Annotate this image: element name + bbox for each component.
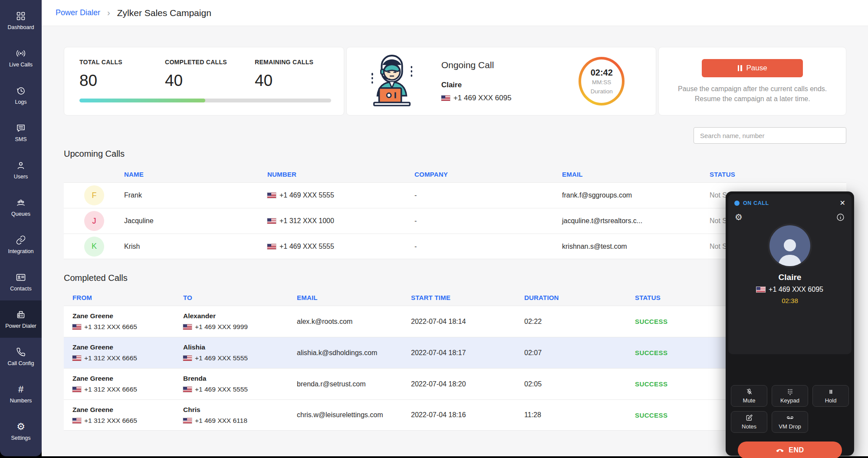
contact-name: Frank: [124, 191, 267, 199]
notes-edit-icon: [746, 414, 753, 422]
pause-description-line2: Resume the campaign at a later time.: [678, 94, 827, 104]
phone-number: +1 469 XXX 6095: [454, 94, 512, 102]
us-flag-icon: [756, 287, 765, 292]
mute-button[interactable]: Mute: [731, 385, 767, 407]
contact-name: Krish: [124, 243, 267, 250]
sidebar-item-integration[interactable]: Integration: [0, 226, 42, 263]
integration-link-icon: [16, 235, 26, 245]
call-from: Zane Greene +1 312 XXX 6665: [64, 406, 174, 425]
call-to: Alishia +1 469 XXX 5555: [174, 343, 288, 362]
vm-drop-button[interactable]: VM Drop: [772, 411, 808, 433]
campaign-progress-bar: [79, 99, 331, 102]
contact-number: +1 469 XXX 5555: [267, 243, 414, 250]
pause-button[interactable]: Pause: [702, 59, 803, 77]
pause-description: Pause the campaign after the current cal…: [678, 84, 827, 104]
sidebar-item-label: Numbers: [10, 398, 32, 404]
sidebar-item-live-calls[interactable]: Live Calls: [0, 39, 42, 76]
us-flag-icon: [183, 324, 192, 329]
us-flag-icon: [72, 324, 81, 329]
contact-company: -: [414, 243, 562, 250]
upcoming-calls-header-row: NAME NUMBER COMPANY EMAIL STATUS: [64, 166, 846, 182]
sidebar-item-queues[interactable]: Queues: [0, 188, 42, 226]
sidebar-item-label: Integration: [8, 248, 33, 254]
column-header-duration: DURATION: [516, 294, 626, 301]
pause-icon: [738, 65, 742, 71]
phone-down-icon: [776, 446, 784, 455]
call-duration: 02:05: [516, 380, 626, 388]
us-flag-icon: [267, 218, 276, 224]
sidebar-item-logs[interactable]: Logs: [0, 76, 42, 114]
hold-button[interactable]: Hold: [812, 385, 849, 407]
stat-label: REMAINING CALLS: [255, 59, 313, 66]
avatar: J: [84, 211, 104, 231]
sidebar-item-label: Live Calls: [9, 62, 33, 68]
sidebar-item-label: Logs: [15, 99, 26, 105]
search-row: [64, 127, 846, 144]
sidebar-item-contacts[interactable]: Contacts: [0, 263, 42, 300]
numbers-hash-icon: #: [18, 384, 23, 395]
call-start-time: 2022-07-04 18:16: [402, 411, 516, 419]
power-dialer-icon: [16, 310, 26, 320]
avatar: K: [84, 237, 104, 257]
on-call-dot-icon: [734, 201, 740, 206]
contact-email: krishnan.s@test.com: [562, 243, 710, 250]
notes-button[interactable]: Notes: [731, 411, 767, 433]
sidebar-item-label: Dashboard: [7, 24, 34, 30]
page-title: Zylker Sales Campaign: [117, 8, 211, 18]
column-header-email: EMAIL: [288, 294, 402, 301]
sidebar-item-numbers[interactable]: # Numbers: [0, 375, 42, 412]
keypad-label: Keypad: [780, 397, 799, 404]
call-email: alex.k@roots.com: [288, 318, 402, 326]
call-start-time: 2022-07-04 18:14: [402, 318, 516, 326]
pause-description-line1: Pause the campaign after the current cal…: [678, 84, 827, 94]
close-icon[interactable]: ✕: [840, 200, 845, 207]
chevron-right-icon: ›: [107, 8, 110, 18]
call-duration-value: 02:42: [591, 68, 613, 78]
column-header-number: NUMBER: [267, 171, 414, 178]
end-call-button[interactable]: END: [738, 442, 842, 458]
sidebar: Dashboard Live Calls Logs SMS Users Queu…: [0, 0, 42, 456]
pause-campaign-card: Pause Pause the campaign after the curre…: [658, 47, 846, 115]
on-call-status: ON CALL: [743, 200, 769, 206]
sidebar-item-call-config[interactable]: Call Config: [0, 338, 42, 375]
sidebar-item-sms[interactable]: SMS: [0, 114, 42, 151]
call-duration: 02:22: [516, 318, 626, 326]
sidebar-item-label: Contacts: [10, 286, 31, 292]
us-flag-icon: [267, 244, 276, 249]
call-start-time: 2022-07-04 18:20: [402, 380, 516, 388]
gear-icon[interactable]: ⚙: [735, 213, 743, 222]
upcoming-calls-title: Upcoming Calls: [64, 149, 846, 159]
ongoing-call-title: Ongoing Call: [441, 60, 512, 70]
sms-chat-icon: [16, 123, 26, 133]
call-to: Brenda +1 469 XXX 5555: [174, 375, 288, 393]
keypad-button[interactable]: Keypad: [772, 385, 808, 407]
call-duration-label: Duration: [591, 88, 613, 95]
contact-number: +1 312 XXX 1000: [267, 217, 414, 225]
call-timer: 02:38: [728, 297, 852, 304]
sidebar-item-dashboard[interactable]: Dashboard: [0, 2, 42, 39]
stat-label: COMPLETED CALLS: [165, 59, 255, 66]
breadcrumb-parent-link[interactable]: Power Dialer: [56, 8, 100, 17]
us-flag-icon: [183, 418, 192, 423]
dashboard-icon: [16, 11, 26, 21]
sidebar-item-users[interactable]: Users: [0, 151, 42, 188]
search-input[interactable]: [694, 127, 846, 144]
stat-completed-calls: COMPLETED CALLS 40: [165, 59, 255, 90]
sidebar-item-label: Settings: [11, 435, 30, 441]
caller-avatar: [769, 225, 810, 266]
settings-gear-icon: ⚙: [16, 422, 25, 432]
sidebar-item-power-dialer[interactable]: Power Dialer: [0, 300, 42, 338]
sidebar-item-settings[interactable]: ⚙ Settings: [0, 412, 42, 450]
sidebar-item-label: SMS: [15, 136, 26, 142]
sidebar-item-label: Users: [14, 174, 28, 180]
info-icon[interactable]: [836, 213, 845, 222]
ongoing-call-info: Ongoing Call Claire +1 469 XXX 6095: [441, 60, 512, 102]
person-silhouette-icon: [774, 234, 806, 266]
sidebar-item-label: Power Dialer: [5, 323, 36, 329]
stat-value: 40: [165, 72, 255, 90]
pause-button-label: Pause: [746, 64, 767, 72]
call-to: Chris +1 469 XXX 6118: [174, 406, 288, 425]
call-duration-format: MM:SS: [592, 79, 611, 86]
call-widget-panel: ON CALL ✕ ⚙ Claire +1 469 XXX 6095 02:38: [728, 194, 852, 354]
column-header-email: EMAIL: [562, 171, 710, 178]
